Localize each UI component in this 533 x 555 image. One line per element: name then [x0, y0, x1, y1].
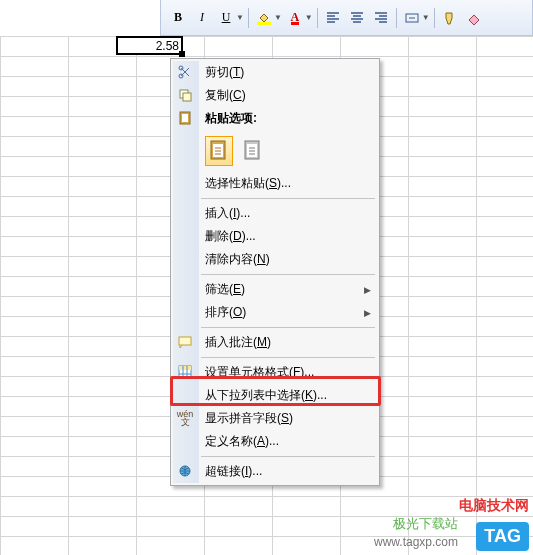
align-right-button[interactable]	[370, 7, 392, 29]
italic-button[interactable]: I	[191, 7, 213, 29]
comment-icon	[177, 334, 193, 350]
align-left-icon	[326, 11, 340, 25]
menu-separator	[201, 357, 375, 358]
watermark-site-name: 电脑技术网	[459, 497, 529, 515]
fill-color-dropdown[interactable]: ▼	[274, 13, 282, 22]
svg-rect-7	[182, 114, 188, 122]
format-cells-icon	[177, 364, 193, 380]
active-cell-value: 2.58	[156, 39, 179, 53]
clipboard-values-icon	[243, 140, 263, 162]
svg-rect-12	[179, 337, 191, 345]
align-center-icon	[350, 11, 364, 25]
merge-icon	[405, 11, 419, 25]
clipboard-icon	[177, 110, 193, 126]
font-color-dropdown[interactable]: ▼	[305, 13, 313, 22]
menu-filter[interactable]: 筛选(E) ▶	[173, 278, 377, 301]
menu-separator	[201, 198, 375, 199]
menu-format-cells[interactable]: 设置单元格格式(F)...	[173, 361, 377, 384]
menu-delete[interactable]: 删除(D)...	[173, 225, 377, 248]
toolbar-separator	[317, 8, 318, 28]
menu-clear-contents[interactable]: 清除内容(N)	[173, 248, 377, 271]
cell-context-menu: 剪切(T) 复制(C) 粘贴选项: 选择性粘贴(S)... 插入(I)... 删…	[170, 58, 380, 486]
menu-paste-options-header: 粘贴选项:	[173, 107, 377, 130]
underline-button[interactable]: U	[215, 7, 237, 29]
menu-show-pinyin[interactable]: wén文 显示拼音字段(S)	[173, 407, 377, 430]
scissors-icon	[177, 64, 193, 80]
menu-separator	[201, 274, 375, 275]
menu-separator	[201, 327, 375, 328]
pinyin-icon: wén文	[177, 410, 193, 426]
menu-copy[interactable]: 复制(C)	[173, 84, 377, 107]
brush-icon	[443, 11, 457, 25]
underline-dropdown[interactable]: ▼	[236, 13, 244, 22]
format-painter-button[interactable]	[439, 7, 461, 29]
clipboard-paste-icon	[209, 140, 229, 162]
align-left-button[interactable]	[322, 7, 344, 29]
toolbar-separator	[434, 8, 435, 28]
submenu-arrow-icon: ▶	[364, 285, 371, 295]
watermark-logo: TAG	[476, 522, 529, 551]
toolbar-separator	[396, 8, 397, 28]
hyperlink-icon	[177, 463, 193, 479]
eraser-button[interactable]	[463, 7, 485, 29]
menu-insert-comment[interactable]: 插入批注(M)	[173, 331, 377, 354]
submenu-arrow-icon: ▶	[364, 308, 371, 318]
align-center-button[interactable]	[346, 7, 368, 29]
paint-bucket-icon	[257, 11, 271, 25]
merge-dropdown[interactable]: ▼	[422, 13, 430, 22]
paste-option-all[interactable]	[205, 136, 233, 166]
menu-pick-from-list[interactable]: 从下拉列表中选择(K)...	[173, 384, 377, 407]
bold-button[interactable]: B	[167, 7, 189, 29]
menu-cut[interactable]: 剪切(T)	[173, 61, 377, 84]
watermark-secondary: 极光下载站	[393, 515, 458, 533]
menu-hyperlink[interactable]: 超链接(I)...	[173, 460, 377, 483]
menu-sort[interactable]: 排序(O) ▶	[173, 301, 377, 324]
paste-options-row	[173, 130, 377, 172]
paste-option-values[interactable]	[239, 136, 267, 166]
svg-rect-14	[179, 366, 191, 370]
menu-separator	[201, 456, 375, 457]
svg-rect-5	[183, 93, 191, 101]
menu-paste-special[interactable]: 选择性粘贴(S)...	[173, 172, 377, 195]
active-cell[interactable]: 2.58	[116, 36, 183, 55]
fill-handle[interactable]	[179, 51, 185, 57]
eraser-icon	[467, 11, 481, 25]
merge-cells-button[interactable]	[401, 7, 423, 29]
font-color-button[interactable]: A	[284, 7, 306, 29]
align-right-icon	[374, 11, 388, 25]
toolbar-separator	[248, 8, 249, 28]
watermark-url: www.tagxp.com	[374, 535, 458, 549]
copy-icon	[177, 87, 193, 103]
svg-rect-0	[257, 22, 271, 25]
menu-define-name[interactable]: 定义名称(A)...	[173, 430, 377, 453]
menu-insert[interactable]: 插入(I)...	[173, 202, 377, 225]
fill-color-button[interactable]	[253, 7, 275, 29]
formatting-toolbar: B I U ▼ ▼ A ▼ ▼	[160, 0, 533, 36]
